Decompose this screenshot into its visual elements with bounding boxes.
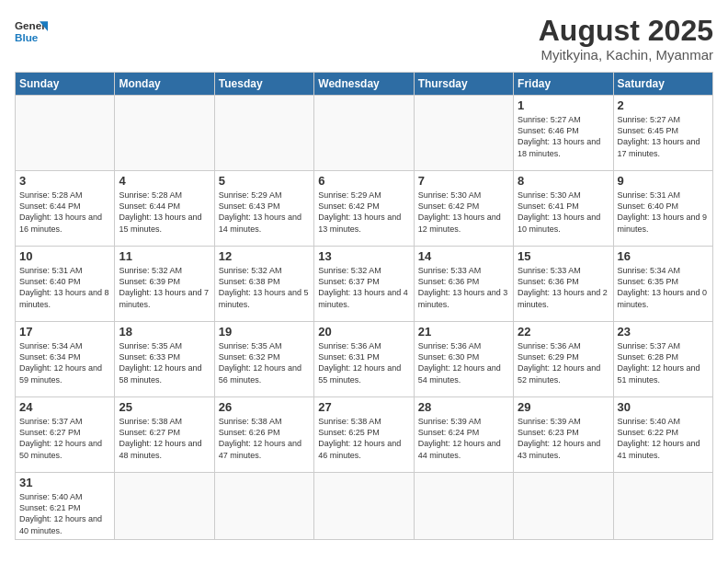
day-number: 28 <box>418 400 509 414</box>
day-info: Sunrise: 5:34 AM Sunset: 6:35 PM Dayligh… <box>618 265 709 310</box>
day-number: 31 <box>19 476 110 489</box>
day-info: Sunrise: 5:36 AM Sunset: 6:29 PM Dayligh… <box>518 340 609 385</box>
day-number: 5 <box>219 174 310 188</box>
calendar-cell: 20Sunrise: 5:36 AM Sunset: 6:31 PM Dayli… <box>314 322 414 397</box>
calendar-cell: 10Sunrise: 5:31 AM Sunset: 6:40 PM Dayli… <box>16 247 115 322</box>
day-number: 18 <box>119 325 210 339</box>
calendar-cell: 18Sunrise: 5:35 AM Sunset: 6:33 PM Dayli… <box>115 322 214 397</box>
day-number: 30 <box>618 400 709 414</box>
calendar-subtitle: Myitkyina, Kachin, Myanmar <box>539 47 713 63</box>
header: General Blue August 2025 Myitkyina, Kach… <box>15 15 713 63</box>
day-info: Sunrise: 5:35 AM Sunset: 6:33 PM Dayligh… <box>119 340 210 385</box>
calendar-cell: 2Sunrise: 5:27 AM Sunset: 6:45 PM Daylig… <box>613 96 712 171</box>
calendar-title: August 2025 <box>539 15 713 47</box>
logo-svg: General Blue <box>15 15 48 48</box>
day-number: 19 <box>219 325 310 339</box>
day-number: 1 <box>518 98 609 112</box>
day-number: 25 <box>119 400 210 414</box>
calendar-cell: 15Sunrise: 5:33 AM Sunset: 6:36 PM Dayli… <box>514 247 613 322</box>
calendar-cell: 17Sunrise: 5:34 AM Sunset: 6:34 PM Dayli… <box>16 322 115 397</box>
day-info: Sunrise: 5:38 AM Sunset: 6:26 PM Dayligh… <box>219 416 310 461</box>
day-number: 20 <box>318 325 409 339</box>
svg-text:Blue: Blue <box>15 31 39 43</box>
day-info: Sunrise: 5:32 AM Sunset: 6:39 PM Dayligh… <box>119 265 210 310</box>
day-number: 16 <box>618 249 709 263</box>
calendar-cell: 26Sunrise: 5:38 AM Sunset: 6:26 PM Dayli… <box>214 397 313 473</box>
day-info: Sunrise: 5:31 AM Sunset: 6:40 PM Dayligh… <box>618 190 709 235</box>
day-number: 7 <box>418 174 509 188</box>
calendar-cell: 9Sunrise: 5:31 AM Sunset: 6:40 PM Daylig… <box>613 171 712 247</box>
calendar-cell <box>115 473 214 540</box>
calendar-cell: 19Sunrise: 5:35 AM Sunset: 6:32 PM Dayli… <box>214 322 313 397</box>
day-info: Sunrise: 5:40 AM Sunset: 6:21 PM Dayligh… <box>19 491 110 536</box>
day-number: 27 <box>318 400 409 414</box>
day-info: Sunrise: 5:30 AM Sunset: 6:41 PM Dayligh… <box>518 190 609 235</box>
day-info: Sunrise: 5:33 AM Sunset: 6:36 PM Dayligh… <box>418 265 509 310</box>
calendar-cell <box>314 473 414 540</box>
day-info: Sunrise: 5:31 AM Sunset: 6:40 PM Dayligh… <box>19 265 110 310</box>
calendar-cell <box>414 96 513 171</box>
calendar-cell <box>16 96 115 171</box>
weekday-header-sunday: Sunday <box>16 73 115 96</box>
day-info: Sunrise: 5:40 AM Sunset: 6:22 PM Dayligh… <box>618 416 709 461</box>
day-info: Sunrise: 5:29 AM Sunset: 6:43 PM Dayligh… <box>219 190 310 235</box>
week-row-0: 1Sunrise: 5:27 AM Sunset: 6:46 PM Daylig… <box>16 96 713 171</box>
day-info: Sunrise: 5:34 AM Sunset: 6:34 PM Dayligh… <box>19 340 110 385</box>
calendar-cell: 4Sunrise: 5:28 AM Sunset: 6:44 PM Daylig… <box>115 171 214 247</box>
day-number: 17 <box>19 325 110 339</box>
day-info: Sunrise: 5:36 AM Sunset: 6:30 PM Dayligh… <box>418 340 509 385</box>
calendar-cell: 11Sunrise: 5:32 AM Sunset: 6:39 PM Dayli… <box>115 247 214 322</box>
day-info: Sunrise: 5:28 AM Sunset: 6:44 PM Dayligh… <box>119 190 210 235</box>
day-info: Sunrise: 5:37 AM Sunset: 6:27 PM Dayligh… <box>19 416 110 461</box>
day-number: 3 <box>19 174 110 188</box>
weekday-header-row: SundayMondayTuesdayWednesdayThursdayFrid… <box>16 73 713 96</box>
calendar-cell: 12Sunrise: 5:32 AM Sunset: 6:38 PM Dayli… <box>214 247 313 322</box>
week-row-5: 31Sunrise: 5:40 AM Sunset: 6:21 PM Dayli… <box>16 473 713 540</box>
calendar-cell: 8Sunrise: 5:30 AM Sunset: 6:41 PM Daylig… <box>514 171 613 247</box>
weekday-header-wednesday: Wednesday <box>314 73 414 96</box>
day-number: 21 <box>418 325 509 339</box>
calendar-body: 1Sunrise: 5:27 AM Sunset: 6:46 PM Daylig… <box>16 96 713 540</box>
day-number: 11 <box>119 249 210 263</box>
calendar-cell: 23Sunrise: 5:37 AM Sunset: 6:28 PM Dayli… <box>613 322 712 397</box>
title-area: August 2025 Myitkyina, Kachin, Myanmar <box>539 15 713 63</box>
day-info: Sunrise: 5:37 AM Sunset: 6:28 PM Dayligh… <box>618 340 709 385</box>
day-info: Sunrise: 5:35 AM Sunset: 6:32 PM Dayligh… <box>219 340 310 385</box>
week-row-1: 3Sunrise: 5:28 AM Sunset: 6:44 PM Daylig… <box>16 171 713 247</box>
calendar-cell: 29Sunrise: 5:39 AM Sunset: 6:23 PM Dayli… <box>514 397 613 473</box>
day-number: 29 <box>518 400 609 414</box>
calendar-cell: 6Sunrise: 5:29 AM Sunset: 6:42 PM Daylig… <box>314 171 414 247</box>
calendar-cell: 14Sunrise: 5:33 AM Sunset: 6:36 PM Dayli… <box>414 247 513 322</box>
day-number: 6 <box>318 174 409 188</box>
calendar-cell <box>514 473 613 540</box>
calendar-cell: 27Sunrise: 5:38 AM Sunset: 6:25 PM Dayli… <box>314 397 414 473</box>
calendar-cell <box>314 96 414 171</box>
calendar-cell: 31Sunrise: 5:40 AM Sunset: 6:21 PM Dayli… <box>16 473 115 540</box>
day-info: Sunrise: 5:38 AM Sunset: 6:27 PM Dayligh… <box>119 416 210 461</box>
day-info: Sunrise: 5:28 AM Sunset: 6:44 PM Dayligh… <box>19 190 110 235</box>
weekday-header-friday: Friday <box>514 73 613 96</box>
day-number: 14 <box>418 249 509 263</box>
day-info: Sunrise: 5:32 AM Sunset: 6:37 PM Dayligh… <box>318 265 409 310</box>
day-number: 15 <box>518 249 609 263</box>
day-number: 9 <box>618 174 709 188</box>
day-info: Sunrise: 5:27 AM Sunset: 6:46 PM Dayligh… <box>518 114 609 159</box>
day-info: Sunrise: 5:27 AM Sunset: 6:45 PM Dayligh… <box>618 114 709 159</box>
weekday-header-thursday: Thursday <box>414 73 513 96</box>
calendar-table: SundayMondayTuesdayWednesdayThursdayFrid… <box>15 72 713 540</box>
calendar-cell <box>214 473 313 540</box>
weekday-header-monday: Monday <box>115 73 214 96</box>
calendar-cell: 24Sunrise: 5:37 AM Sunset: 6:27 PM Dayli… <box>16 397 115 473</box>
calendar-cell: 22Sunrise: 5:36 AM Sunset: 6:29 PM Dayli… <box>514 322 613 397</box>
weekday-header-saturday: Saturday <box>613 73 712 96</box>
day-number: 13 <box>318 249 409 263</box>
day-info: Sunrise: 5:33 AM Sunset: 6:36 PM Dayligh… <box>518 265 609 310</box>
svg-text:General: General <box>15 19 48 31</box>
week-row-3: 17Sunrise: 5:34 AM Sunset: 6:34 PM Dayli… <box>16 322 713 397</box>
day-info: Sunrise: 5:30 AM Sunset: 6:42 PM Dayligh… <box>418 190 509 235</box>
calendar-cell: 16Sunrise: 5:34 AM Sunset: 6:35 PM Dayli… <box>613 247 712 322</box>
day-info: Sunrise: 5:29 AM Sunset: 6:42 PM Dayligh… <box>318 190 409 235</box>
day-info: Sunrise: 5:39 AM Sunset: 6:24 PM Dayligh… <box>418 416 509 461</box>
day-info: Sunrise: 5:39 AM Sunset: 6:23 PM Dayligh… <box>518 416 609 461</box>
calendar-cell <box>414 473 513 540</box>
